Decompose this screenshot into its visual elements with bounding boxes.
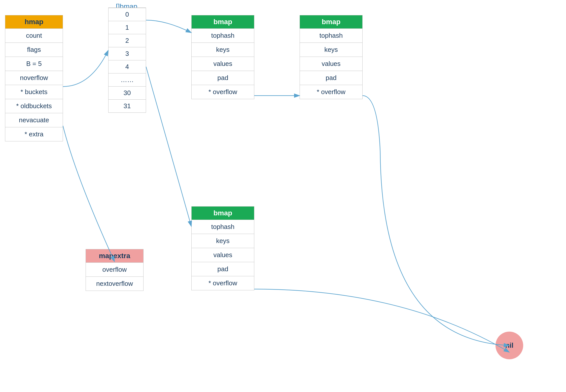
bmap-array-row-1: 1 xyxy=(109,21,146,34)
bmap1-keys: keys xyxy=(192,43,254,57)
bmap3-overflow: * overflow xyxy=(192,276,254,290)
bmap1-header: bmap xyxy=(192,15,254,28)
hmap-struct: hmap count flags B = 5 noverflow * bucke… xyxy=(5,15,63,141)
bmap-array-row-3: 3 xyxy=(109,47,146,60)
bmap-array-row-2: 2 xyxy=(109,34,146,47)
bmap-array-row-31: 31 xyxy=(109,99,146,112)
mapextra-nextoverflow: nextoverflow xyxy=(86,277,143,291)
bmap1-pad: pad xyxy=(192,71,254,85)
mapextra-overflow: overflow xyxy=(86,262,143,277)
bmap2-tophash: tophash xyxy=(300,28,362,43)
hmap-field-b: B = 5 xyxy=(5,57,63,71)
hmap-field-buckets: * buckets xyxy=(5,85,63,99)
hmap-field-oldbuckets: * oldbuckets xyxy=(5,99,63,113)
bmap2-struct: bmap tophash keys values pad * overflow xyxy=(300,15,363,99)
bmap1-struct: bmap tophash keys values pad * overflow xyxy=(191,15,254,99)
mapextra-header: mapextra xyxy=(86,249,143,262)
bmap-array-row-0: 0 xyxy=(109,8,146,21)
mapextra-struct: mapextra overflow nextoverflow xyxy=(86,249,144,291)
hmap-field-noverflow: noverflow xyxy=(5,71,63,85)
bmap3-header: bmap xyxy=(192,207,254,220)
hmap-header: hmap xyxy=(5,15,63,28)
bmap2-header: bmap xyxy=(300,15,362,28)
bmap3-struct: bmap tophash keys values pad * overflow xyxy=(191,206,254,290)
bmap3-tophash: tophash xyxy=(192,220,254,234)
bmap3-keys: keys xyxy=(192,234,254,248)
hmap-field-nevacuate: nevacuate xyxy=(5,113,63,127)
bmap3-values: values xyxy=(192,248,254,262)
bmap1-values: values xyxy=(192,57,254,71)
bmap2-keys: keys xyxy=(300,43,362,57)
bmap2-pad: pad xyxy=(300,71,362,85)
hmap-field-flags: flags xyxy=(5,43,63,57)
bmap3-pad: pad xyxy=(192,262,254,276)
bmap-array-row-dots: …… xyxy=(109,73,146,86)
bmap-array-row-30: 30 xyxy=(109,86,146,99)
bmap1-overflow: * overflow xyxy=(192,85,254,99)
arrows-svg xyxy=(0,0,566,392)
hmap-field-count: count xyxy=(5,28,63,43)
bmap2-overflow: * overflow xyxy=(300,85,362,99)
hmap-field-extra: * extra xyxy=(5,127,63,141)
bmap2-values: values xyxy=(300,57,362,71)
bmap1-tophash: tophash xyxy=(192,28,254,43)
bmap-array-row-4: 4 xyxy=(109,60,146,73)
nil-circle: nil xyxy=(496,332,523,359)
bmap-array: 0 1 2 3 4 …… 30 31 xyxy=(108,8,146,113)
